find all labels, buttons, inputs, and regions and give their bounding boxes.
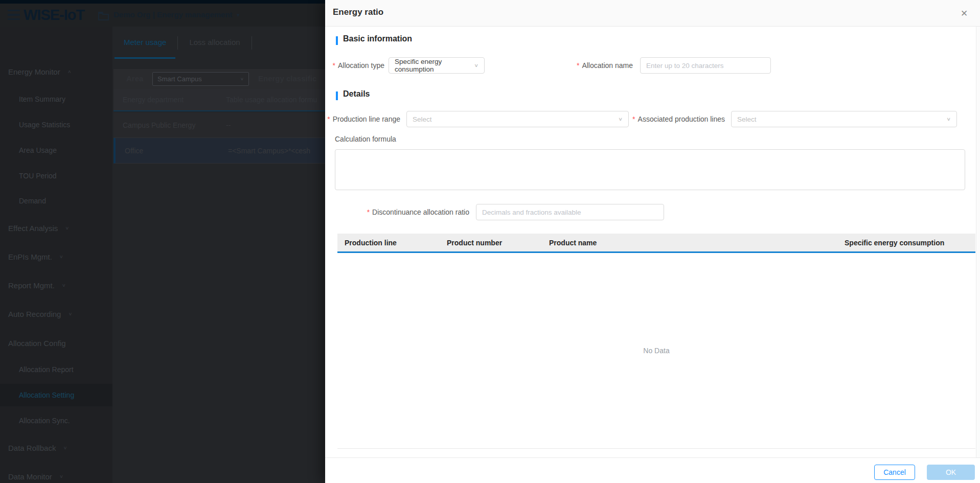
required-marker: * (632, 115, 635, 123)
allocation-name-label: * Allocation name (545, 57, 633, 74)
discontinuance-allocation-ratio-label: * Discontinuance allocation ratio (325, 204, 469, 220)
sidebar-item-data-rollback[interactable]: Data Rollback∨ (0, 438, 112, 458)
tab-bar: Meter usageLoss allocation (112, 27, 325, 59)
sidebar-item-allocation-sync[interactable]: Allocation Sync. (0, 410, 112, 431)
screen: WISE-IoT Demo Org | Energy management ▾ … (0, 0, 980, 483)
sidebar-item-label: EnPIs Mgmt. (8, 252, 52, 261)
allocation-type-label: * Allocation type (325, 57, 384, 74)
sidebar-item-allocation-setting[interactable]: Allocation Setting (0, 384, 112, 406)
sidebar-item-allocation-report[interactable]: Allocation Report (0, 359, 112, 380)
sidebar-item-tou-period[interactable]: TOU Period (0, 166, 112, 186)
row-department: Office (125, 147, 143, 155)
associated-production-lines-placeholder: Select (737, 116, 757, 123)
folder-icon (98, 11, 109, 22)
cancel-button[interactable]: Cancel (874, 465, 915, 480)
required-marker: * (577, 61, 579, 70)
production-line-range-select[interactable]: Select ∨ (406, 111, 629, 127)
sidebar-item-label: Usage Statistics (19, 121, 70, 129)
org-caret-icon: ▾ (237, 12, 240, 18)
associated-production-lines-select[interactable]: Select ∨ (731, 111, 957, 127)
hamburger-menu-icon[interactable] (8, 10, 20, 20)
allocation-type-select[interactable]: Specific energy consumption ∨ (389, 57, 485, 74)
discontinuance-allocation-ratio-input[interactable] (476, 204, 664, 220)
tab-loss-allocation[interactable]: Loss allocation (178, 27, 251, 59)
sidebar-item-label: Item Summary (19, 95, 65, 103)
tab-meter-usage[interactable]: Meter usage (112, 27, 177, 59)
drawer-header: Energy ratio ✕ (325, 0, 980, 27)
section-accent-bar (336, 36, 338, 45)
ok-button[interactable]: OK (927, 465, 975, 480)
chevron-down-icon: ∨ (63, 445, 67, 450)
chevron-down-icon: ∨ (59, 474, 63, 479)
sidebar-item-demand[interactable]: Demand (0, 191, 112, 211)
sidebar-item-effect-analysis[interactable]: Effect Analysis∨ (0, 218, 112, 238)
required-marker: * (367, 208, 370, 216)
tab-divider (252, 36, 252, 50)
sidebar: Energy Monitor∧Item SummaryUsage Statist… (0, 27, 112, 483)
sidebar-item-data-monitor[interactable]: Data Monitor∨ (0, 466, 112, 483)
chevron-down-icon: ∨ (62, 283, 66, 288)
sidebar-item-allocation-config[interactable]: Allocation Config (0, 333, 112, 353)
table-row[interactable]: Campus Public Energy -- (113, 112, 325, 138)
wise-iot-logo: WISE-IoT (24, 7, 84, 24)
chevron-up-icon: ∧ (67, 69, 72, 74)
sidebar-item-report-mgmt[interactable]: Report Mgmt.∨ (0, 275, 112, 295)
sidebar-item-label: TOU Period (19, 172, 57, 180)
sidebar-item-label: Allocation Setting (19, 391, 74, 399)
column-header-specific-energy-consumption: Specific energy consumption (837, 239, 975, 247)
sidebar-item-label: Report Mgmt. (8, 281, 55, 290)
chevron-down-icon: ∨ (946, 117, 951, 122)
row-formula: =<Smart Campus>*<cesh (228, 147, 310, 155)
section-accent-bar (336, 91, 338, 100)
sidebar-item-label: Allocation Sync. (19, 417, 70, 425)
sidebar-item-energy-monitor[interactable]: Energy Monitor∧ (0, 61, 112, 82)
table-row-selected[interactable]: Office =<Smart Campus>*<cesh (113, 138, 325, 164)
required-marker: * (327, 115, 330, 123)
close-icon[interactable]: ✕ (956, 6, 972, 21)
sidebar-item-label: Area Usage (19, 146, 57, 154)
sidebar-item-label: Allocation Config (8, 339, 66, 348)
column-header-usage-allocation-formula: Table usage allocation formu (226, 96, 317, 104)
calculation-formula-textarea[interactable] (335, 149, 965, 190)
area-select[interactable]: Smart Campus ∨ (152, 72, 249, 86)
main-content: Meter usageLoss allocation Area Smart Ca… (112, 27, 325, 483)
area-select-value: Smart Campus (157, 75, 202, 83)
production-line-range-placeholder: Select (413, 116, 432, 123)
drawer-table-body: No Data (337, 253, 975, 449)
sidebar-item-label: Energy Monitor (8, 67, 60, 76)
chevron-down-icon: ∨ (474, 63, 478, 68)
section-title-basic-information: Basic information (343, 34, 412, 43)
row-formula: -- (226, 121, 231, 129)
filter-bar: Area Smart Campus ∨ Energy classific (113, 69, 325, 89)
chevron-down-icon: ∨ (68, 311, 72, 316)
calculation-formula-label: Calculation formula (335, 135, 396, 143)
row-department: Campus Public Energy (123, 121, 195, 129)
bg-table-header: Energy department Table usage allocation… (113, 89, 325, 111)
products-table: Production lineProduct numberProduct nam… (337, 234, 975, 449)
production-line-range-label: * Production line range (325, 111, 400, 127)
drawer-footer: Cancel OK (325, 457, 980, 483)
chevron-down-icon: ∨ (59, 254, 63, 259)
column-header-product-name: Product name (542, 239, 837, 247)
sidebar-item-label: Effect Analysis (8, 224, 58, 233)
sidebar-item-label: Data Monitor (8, 472, 52, 481)
sidebar-item-auto-recording[interactable]: Auto Recording∨ (0, 304, 112, 324)
energy-classification-label: Energy classific (258, 74, 316, 83)
column-header-production-line: Production line (337, 239, 440, 247)
top-strip (0, 0, 325, 4)
required-marker: * (332, 61, 335, 70)
sidebar-item-label: Auto Recording (8, 310, 61, 318)
sidebar-item-label: Allocation Report (19, 365, 74, 374)
scrollbar-track[interactable] (976, 27, 980, 457)
sidebar-item-enpis-mgmt[interactable]: EnPIs Mgmt.∨ (0, 246, 112, 267)
sidebar-item-usage-statistics[interactable]: Usage Statistics (0, 114, 112, 135)
area-label: Area (126, 74, 143, 83)
sidebar-item-item-summary[interactable]: Item Summary (0, 89, 112, 109)
sidebar-item-area-usage[interactable]: Area Usage (0, 140, 112, 160)
section-title-details: Details (343, 89, 370, 99)
sidebar-item-label: Data Rollback (8, 444, 56, 452)
allocation-name-input[interactable] (640, 57, 771, 74)
chevron-down-icon: ∨ (65, 225, 69, 231)
chevron-down-icon: ∨ (240, 77, 244, 81)
org-selector[interactable]: Demo Org | Energy management (113, 10, 233, 19)
